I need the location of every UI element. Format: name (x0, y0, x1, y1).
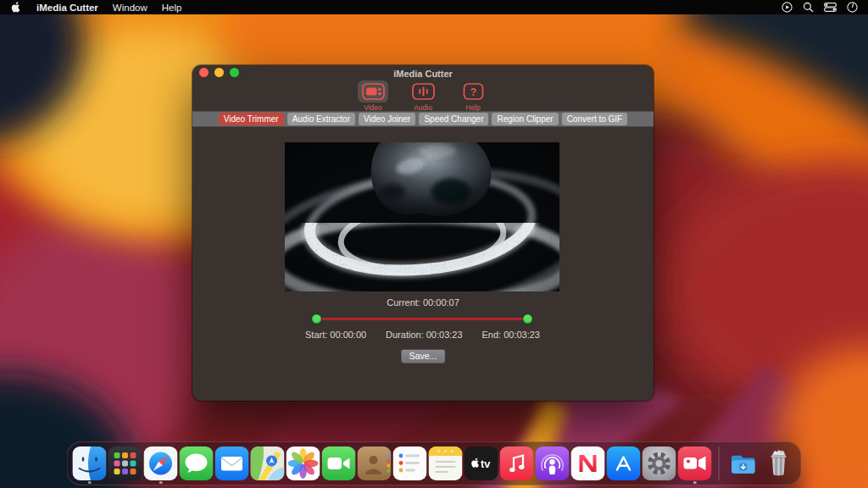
video-preview (285, 142, 559, 291)
apple-menu-icon[interactable] (11, 1, 22, 14)
dock-item-safari[interactable] (144, 443, 178, 484)
dock-item-photos[interactable] (287, 443, 320, 484)
toolbar-item-help[interactable]: ? Help (454, 80, 492, 112)
clock-icon[interactable] (847, 2, 858, 13)
play-circle-icon[interactable] (782, 2, 793, 13)
svg-text:tv: tv (481, 458, 491, 470)
window-titlebar[interactable]: iMedia Cutter (192, 65, 654, 80)
dock-item-contacts[interactable] (358, 443, 392, 484)
tab-region-clipper[interactable]: Region Clipper (492, 113, 558, 125)
dock-item-maps[interactable] (251, 443, 285, 484)
running-indicator (88, 481, 92, 485)
dock-item-apple-tv[interactable]: tv (465, 443, 498, 484)
running-indicator (159, 481, 163, 485)
running-indicator (693, 481, 697, 485)
end-time-label: End: 00:03:23 (481, 330, 540, 340)
dock-item-finder[interactable] (73, 443, 107, 484)
window-toolbar: Video Audio ? (192, 80, 654, 111)
trimmer-panel: Current: 00:00:07 Start: 00:00:00 Durati… (192, 127, 654, 401)
toolbar-item-audio[interactable]: Audio (404, 80, 442, 112)
dock-item-system-settings[interactable] (643, 443, 676, 484)
slider-start-handle[interactable] (312, 314, 321, 324)
dock-item-launchpad[interactable] (108, 443, 142, 484)
dock-item-imedia-cutter[interactable] (678, 443, 712, 484)
dock-item-reminders[interactable] (393, 443, 427, 484)
time-labels-row: Start: 00:00:00 Duration: 00:03:23 End: … (305, 330, 540, 340)
dock-item-notes[interactable] (429, 443, 463, 484)
dock-item-downloads-folder[interactable] (726, 443, 760, 484)
dock: tv (67, 441, 802, 485)
video-camera-icon (358, 80, 388, 103)
control-center-icon[interactable] (824, 3, 837, 12)
trim-range-slider[interactable] (312, 313, 532, 324)
tab-convert-to-gif[interactable]: Convert to GIF (562, 113, 628, 125)
tab-video-trimmer[interactable]: Video Trimmer (219, 113, 284, 125)
start-time-label: Start: 00:00:00 (305, 330, 366, 340)
dock-item-news[interactable] (571, 443, 605, 484)
slider-end-handle[interactable] (523, 314, 532, 324)
desktop: iMedia Cutter Window Help (0, 0, 868, 488)
slider-track[interactable] (314, 318, 531, 321)
svg-text:?: ? (470, 86, 476, 98)
window-title: iMedia Cutter (192, 69, 654, 79)
duration-label: Duration: 00:03:23 (386, 330, 463, 340)
tab-speed-changer[interactable]: Speed Changer (419, 113, 488, 125)
dock-item-trash[interactable] (762, 443, 796, 484)
dock-item-music[interactable] (500, 443, 534, 484)
toolbar-item-video[interactable]: Video (354, 80, 392, 112)
menu-help[interactable]: Help (162, 3, 182, 13)
dock-item-facetime[interactable] (322, 443, 356, 484)
dock-item-app-store[interactable] (607, 443, 641, 484)
save-button[interactable]: Save... (401, 349, 446, 363)
tab-video-joiner[interactable]: Video Joiner (359, 113, 415, 125)
dock-item-messages[interactable] (180, 443, 214, 484)
menu-bar: iMedia Cutter Window Help (0, 0, 868, 14)
spotlight-search-icon[interactable] (803, 2, 814, 13)
dock-separator (719, 446, 720, 480)
menu-window[interactable]: Window (113, 3, 147, 13)
question-mark-icon: ? (458, 80, 488, 103)
dock-item-mail[interactable] (215, 443, 249, 484)
tab-audio-extractor[interactable]: Audio Extractor (287, 113, 355, 125)
imedia-cutter-window: iMedia Cutter Video (192, 65, 654, 401)
dock-item-podcasts[interactable] (536, 443, 570, 484)
audio-speaker-icon (408, 80, 438, 103)
menu-app-name[interactable]: iMedia Cutter (36, 3, 98, 13)
tab-strip: Video Trimmer Audio Extractor Video Join… (192, 111, 654, 127)
current-time-label: Current: 00:00:07 (192, 297, 654, 308)
